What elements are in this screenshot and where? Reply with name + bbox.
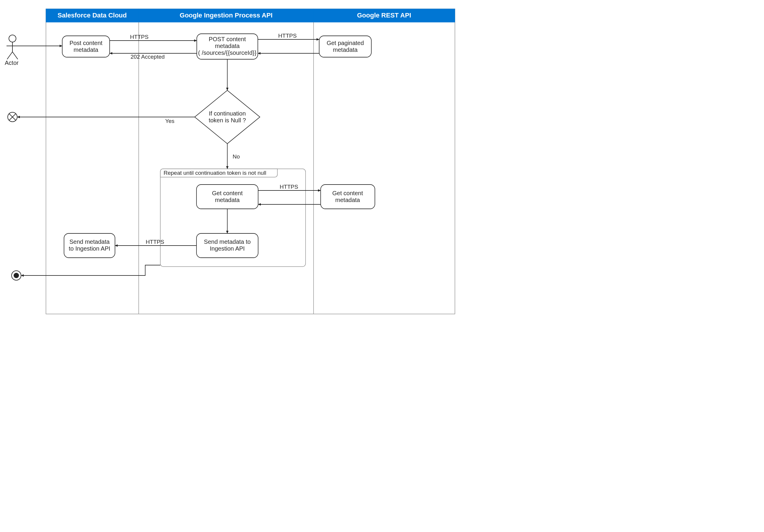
actor-icon bbox=[7, 35, 18, 59]
node-get-paginated-metadata-l1: Get paginated bbox=[326, 40, 364, 46]
node-post-content-metadata-proc-l2: metadata bbox=[215, 43, 240, 49]
node-get-content-metadata-loop-l2: metadata bbox=[215, 197, 240, 203]
node-post-content-metadata-proc-l1: POST content bbox=[209, 36, 246, 42]
node-get-content-metadata-rest-l2: metadata bbox=[335, 197, 360, 203]
final-node bbox=[12, 271, 21, 280]
activity-diagram: Salesforce Data Cloud Google Ingestion P… bbox=[0, 0, 459, 320]
svg-line-4 bbox=[12, 52, 18, 59]
edge-label-https4: HTTPS bbox=[146, 239, 164, 245]
loop-title: Repeat until continuation token is not n… bbox=[164, 170, 266, 176]
svg-point-9 bbox=[14, 273, 19, 278]
node-send-metadata-sf-l2: to Ingestion API bbox=[69, 245, 110, 252]
terminate-node bbox=[8, 112, 17, 122]
edge-label-202: 202 Accepted bbox=[130, 54, 164, 60]
edge-label-https2: HTTPS bbox=[278, 33, 297, 39]
edge-label-https1: HTTPS bbox=[130, 34, 148, 40]
lane-title-process: Google Ingestion Process API bbox=[180, 12, 272, 19]
node-get-content-metadata-rest-l1: Get content bbox=[332, 190, 363, 197]
lane-title-salesforce: Salesforce Data Cloud bbox=[58, 12, 127, 19]
node-get-content-metadata-loop-l1: Get content bbox=[212, 190, 243, 197]
decision-l2: token is Null ? bbox=[209, 117, 246, 123]
node-send-metadata-sf-l1: Send metadata bbox=[69, 238, 110, 245]
node-send-metadata-loop-l2: Ingestion API bbox=[210, 245, 245, 252]
decision-l1: If continuation bbox=[209, 110, 246, 117]
edge-label-no: No bbox=[233, 153, 240, 160]
svg-line-3 bbox=[7, 52, 12, 59]
node-post-content-metadata-sf-l1: Post content bbox=[69, 40, 102, 46]
lane-title-rest: Google REST API bbox=[357, 12, 411, 19]
decision-continuation-token: If continuation token is Null ? bbox=[195, 90, 260, 144]
node-post-content-metadata-sf-l2: metadata bbox=[74, 47, 98, 53]
edge-label-https3: HTTPS bbox=[280, 184, 298, 190]
node-get-paginated-metadata-l2: metadata bbox=[333, 47, 358, 53]
node-post-content-metadata-proc-l3: ( /sources/{{sourceId}} bbox=[198, 50, 257, 56]
svg-point-0 bbox=[9, 35, 16, 42]
edge-label-yes: Yes bbox=[165, 118, 175, 124]
node-send-metadata-loop-l1: Send metadata to bbox=[204, 238, 251, 245]
actor-label: Actor bbox=[5, 60, 19, 66]
edge-loop-to-final bbox=[21, 265, 160, 276]
